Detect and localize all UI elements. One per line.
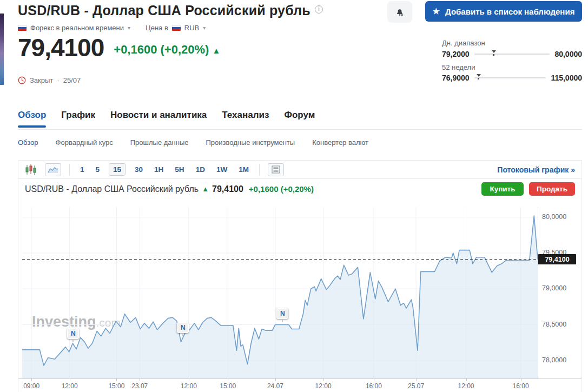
clock-icon (18, 76, 26, 84)
timeframe-1d[interactable]: 1D (194, 164, 207, 175)
x-axis-tick (275, 378, 276, 381)
x-axis-label: 16:00 (513, 382, 529, 390)
tab-новости-и-аналитика[interactable]: Новости и аналитика (110, 110, 207, 128)
timeframe-30[interactable]: 30 (133, 164, 145, 175)
timeframe-1h[interactable]: 1H (152, 164, 166, 175)
chart-price-change: +0,1600 (+0,20%) (249, 184, 314, 194)
streaming-chart-link[interactable]: Потоковый график » (497, 165, 575, 174)
price-change: +0,1600 (+0,20%)▲ (114, 43, 220, 57)
price-chart[interactable] (22, 207, 538, 378)
week52-range-marker (477, 74, 481, 77)
watchlist-button-label: Добавить в список наблюдения (445, 7, 574, 16)
x-axis-label: 15:00 (108, 382, 124, 390)
status-separator: · (57, 76, 59, 84)
x-axis-label: 15:00 (220, 382, 236, 390)
toolbar-divider (69, 164, 70, 176)
chart-title-row: USD/RUB - Доллар США Российский рубль ▲ … (18, 179, 582, 199)
toolbar-divider (259, 164, 260, 176)
tab-обзор[interactable]: Обзор (18, 110, 46, 128)
star-icon: ★ (433, 6, 440, 16)
x-axis-tick (466, 378, 467, 381)
sell-button[interactable]: Продать (529, 182, 575, 196)
timeframe-5[interactable]: 5 (94, 164, 102, 175)
subtab-конвертер-валют[interactable]: Конвертер валют (312, 138, 368, 147)
area-chart-button[interactable] (45, 163, 61, 176)
area-chart-icon (48, 166, 58, 174)
timeframe-1m[interactable]: 1M (236, 164, 251, 175)
chart-toolbar: 1515301H5H1D1W1M Потоковый график » (18, 161, 582, 179)
up-arrow-icon: ▲ (202, 185, 209, 193)
x-axis-tick (31, 378, 32, 381)
week52-range-row: 76,9000 115,0000 (442, 74, 582, 82)
x-axis-label: 16:00 (366, 382, 382, 390)
alert-bell-button[interactable] (387, 1, 412, 23)
week52-range-high: 115,0000 (551, 74, 582, 82)
main-tabs: ОбзорГрафикНовости и аналитикаТеханализФ… (18, 110, 315, 128)
up-arrow-icon: ▲ (212, 46, 220, 55)
tab-график[interactable]: График (61, 110, 95, 128)
market-type-dropdown[interactable]: Форекс в реальном времени (30, 24, 124, 32)
news-icon (272, 165, 280, 174)
info-icon[interactable]: i (315, 5, 323, 14)
subtab-производные-инструменты[interactable]: Производные инструменты (206, 138, 295, 147)
chevron-down-icon: ▾ (203, 25, 206, 31)
market-status-row: Закрыт · 25/07 (18, 76, 81, 84)
chart-widget: 1515301H5H1D1W1M Потоковый график » USD/… (18, 160, 582, 392)
y-axis-label: 80,0000 (542, 213, 566, 221)
daily-range-track (474, 54, 550, 55)
y-axis-label: 78,0000 (542, 356, 566, 364)
news-marker[interactable]: N (177, 322, 189, 333)
news-overlay-button[interactable] (268, 163, 284, 176)
x-axis-label: 24.07 (267, 382, 283, 390)
timeframe-list: 1515301H5H1D1W1M (78, 163, 251, 176)
chart-region: Investing.com 09:0012:0015:0023.0712:001… (18, 199, 582, 392)
x-axis-tick (140, 378, 140, 381)
last-price: 79,4100 (18, 35, 104, 61)
x-axis-label: 23.07 (131, 382, 148, 390)
bell-plus-icon (394, 6, 406, 18)
currency-dropdown[interactable]: RUB (184, 24, 199, 32)
sub-tabs: ОбзорФорвардный курсПрошлые данныеПроизв… (18, 138, 368, 147)
x-axis-label: 12:00 (315, 382, 332, 390)
tabs-divider (18, 129, 582, 130)
y-axis-separator (538, 207, 538, 378)
x-axis-label: 12:00 (181, 382, 197, 390)
daily-range-marker (492, 50, 496, 53)
chevron-down-icon: ▾ (128, 25, 130, 31)
y-axis-label: 78,5000 (542, 321, 566, 328)
timeframe-15[interactable]: 15 (109, 163, 125, 176)
daily-range-low: 79,2000 (442, 50, 470, 58)
x-axis-line (18, 378, 582, 379)
page-title: USD/RUB - Доллар США Российский рубльi (18, 3, 323, 18)
add-to-watchlist-button[interactable]: ★ Добавить в список наблюдения (425, 1, 582, 22)
chart-instrument-name: USD/RUB - Доллар США Российский рубль (25, 184, 199, 194)
price-in-label: Цена в (146, 24, 168, 32)
y-axis-label: 79,0000 (542, 284, 566, 292)
buy-button[interactable]: Купить (481, 182, 524, 196)
week52-range-track (474, 77, 546, 78)
candlestick-chart-icon[interactable] (25, 164, 37, 175)
tab-теханализ[interactable]: Теханализ (222, 110, 269, 128)
x-axis-label: 12:00 (62, 382, 78, 390)
news-marker[interactable]: N (276, 308, 288, 319)
russia-flag-icon (172, 25, 181, 31)
subtab-прошлые-данные[interactable]: Прошлые данные (130, 138, 189, 147)
timeframe-5h[interactable]: 5H (173, 164, 186, 175)
x-axis-label: 25.07 (408, 382, 424, 390)
status-date: 25/07 (63, 76, 81, 84)
daily-range-row: 79,2000 80,0000 (442, 50, 582, 58)
tab-форум[interactable]: Форум (284, 110, 315, 128)
daily-range-high: 80,0000 (554, 50, 582, 58)
russia-flag-icon (18, 25, 27, 31)
x-axis-tick (416, 378, 417, 381)
current-price-tag: 79,4100 (538, 254, 576, 264)
timeframe-1[interactable]: 1 (78, 164, 87, 175)
subtab-обзор[interactable]: Обзор (18, 138, 38, 147)
x-axis-tick (228, 378, 228, 381)
chart-last-price: 79,4100 (212, 184, 243, 194)
subtab-форвардный-курс[interactable]: Форвардный курс (56, 138, 113, 147)
left-edge-photo-sliver (0, 14, 4, 85)
news-marker[interactable]: N (67, 328, 79, 339)
timeframe-1w[interactable]: 1W (214, 164, 229, 175)
quote-block: 79,4100 +0,1600 (+0,20%)▲ (18, 35, 220, 61)
